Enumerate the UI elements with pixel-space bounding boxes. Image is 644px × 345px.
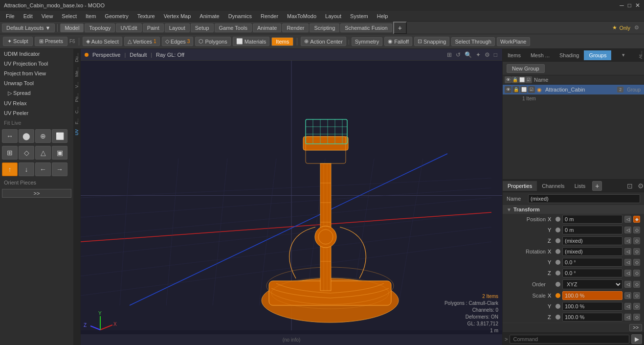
symmetry-btn[interactable]: Symmetry	[352, 37, 383, 46]
tool-icon-diamond[interactable]: ◇	[19, 146, 34, 160]
tool-icon-move[interactable]: ↔	[2, 129, 18, 143]
tool-icon-axis[interactable]: ⊕	[35, 129, 51, 143]
tool-icon-camera[interactable]: ▣	[52, 146, 67, 160]
tab-topology[interactable]: Topology	[85, 23, 115, 32]
add-tab-btn[interactable]: +	[393, 22, 407, 34]
tool-project-from-view[interactable]: Project from View	[0, 69, 73, 78]
menu-maxtomode[interactable]: MaxToModo	[283, 12, 320, 20]
tab-shading[interactable]: Shading	[555, 50, 584, 60]
tool-fit-live[interactable]: Fit Live	[0, 118, 73, 128]
scale-z-value[interactable]: 100.0 %	[562, 313, 622, 322]
polygons-btn[interactable]: ⬡ Polygons	[195, 37, 230, 46]
strip-f[interactable]: F...	[74, 116, 79, 126]
scale-y-value[interactable]: 100.0 %	[562, 302, 622, 311]
props-gear-btn[interactable]: ⚙	[638, 182, 644, 190]
scale-z-dot[interactable]	[555, 315, 560, 320]
materials-btn[interactable]: ⬜ Materials	[233, 37, 270, 46]
rot-z-dot[interactable]	[555, 271, 560, 276]
tab-game-tools[interactable]: Game Tools	[215, 23, 252, 32]
item-lock-icon[interactable]: 🔒	[512, 86, 519, 93]
items-btn[interactable]: Items	[271, 37, 293, 46]
scale-x-key[interactable]: ◇	[633, 292, 640, 299]
vp-icon-gear[interactable]: ⚙	[484, 51, 491, 58]
scale-y-anim[interactable]: ◁	[624, 303, 631, 310]
tool-icon-grid[interactable]: ⊞	[2, 146, 18, 160]
order-key[interactable]: ◇	[633, 281, 640, 288]
item-check-icon[interactable]: ☑	[528, 86, 535, 93]
workplane-btn[interactable]: WorkPlane	[497, 37, 530, 46]
rot-x-value[interactable]: (mixed)	[562, 247, 622, 256]
rot-z-value[interactable]: 0.0 °	[562, 269, 622, 277]
strip-v[interactable]: V...	[74, 80, 79, 90]
ray-gl-label[interactable]: Ray GL: Off	[156, 52, 184, 58]
tab-groups[interactable]: Groups	[584, 50, 611, 60]
rp-expand-chevron[interactable]: ▾	[619, 52, 628, 58]
tab-model[interactable]: Model	[60, 23, 84, 32]
auto-select-btn[interactable]: ◈ Auto Select	[83, 37, 122, 46]
props-more-btn[interactable]: >>	[629, 324, 642, 331]
scale-z-key[interactable]: ◇	[633, 314, 640, 321]
pos-x-dot[interactable]	[555, 217, 560, 222]
vp-icon-expand[interactable]: □	[493, 51, 498, 58]
menu-file[interactable]: File	[2, 12, 19, 20]
pos-z-key[interactable]: ◇	[633, 237, 640, 244]
tab-mesh[interactable]: Mesh ...	[526, 50, 555, 60]
menu-render[interactable]: Render	[257, 12, 282, 20]
rp-render-all-btn[interactable]: ⬜	[518, 76, 525, 83]
item-render-icon[interactable]: ⬜	[520, 86, 527, 93]
tool-icon-down[interactable]: ↓	[19, 162, 34, 176]
tool-icon-sphere[interactable]: ⬤	[19, 129, 34, 143]
more-tools-btn[interactable]: >>	[2, 189, 71, 198]
pos-z-dot[interactable]	[555, 238, 560, 243]
tool-icon-up[interactable]: ↑	[2, 162, 18, 176]
scale-x-dot[interactable]	[555, 293, 560, 298]
menu-vertex-map[interactable]: Vertex Map	[160, 12, 195, 20]
rot-y-key[interactable]: ◇	[633, 259, 640, 266]
tool-icon-triangle[interactable]: △	[35, 146, 51, 160]
vp-icon-grid[interactable]: ⊞	[446, 51, 453, 58]
menu-texture[interactable]: Texture	[133, 12, 159, 20]
falloff-btn[interactable]: ◉ Falloff	[384, 37, 412, 46]
strip-po[interactable]: Po...	[74, 91, 79, 104]
gear-icon[interactable]: ⚙	[631, 24, 642, 31]
pos-y-anim[interactable]: ◁	[624, 227, 631, 233]
strip-uv[interactable]: UV	[74, 127, 79, 138]
cmd-run-btn[interactable]: ▶	[631, 334, 642, 344]
menu-edit[interactable]: Edit	[20, 12, 37, 20]
default-layouts-btn[interactable]: Default Layouts ▼	[2, 23, 55, 32]
viewport[interactable]: Perspective | Default | Ray GL: Off ⊞ ↺ …	[81, 49, 502, 345]
edges-btn[interactable]: ◇ Edges 3	[162, 37, 194, 46]
sculpt-label-btn[interactable]: ✦ Sculpt	[3, 37, 33, 46]
item-eye-icon[interactable]: 👁	[505, 86, 511, 93]
close-btn[interactable]: ✕	[635, 2, 640, 9]
rp-group-item[interactable]: 👁 🔒 ⬜ ☑ ◉ Attraction_Cabin 2 Group	[503, 85, 644, 95]
scale-z-anim[interactable]: ◁	[624, 314, 631, 321]
rot-y-value[interactable]: 0.0 °	[562, 258, 622, 267]
tab-items[interactable]: Items	[503, 50, 526, 60]
cmd-input[interactable]	[510, 335, 629, 344]
menu-select[interactable]: Select	[58, 12, 81, 20]
rot-z-key[interactable]: ◇	[633, 270, 640, 276]
order-anim[interactable]: ◁	[624, 281, 631, 288]
strip-c[interactable]: C...	[74, 105, 79, 115]
vp-icon-star[interactable]: ✦	[475, 51, 482, 58]
scale-x-anim[interactable]: ◁	[624, 292, 631, 299]
menu-system[interactable]: System	[346, 12, 372, 20]
select-through-btn[interactable]: Select Through	[451, 37, 494, 46]
scale-x-value[interactable]: 100.0 %	[562, 291, 622, 300]
tab-render[interactable]: Render	[282, 23, 309, 32]
pos-x-key[interactable]: ◆	[633, 216, 640, 223]
pos-y-dot[interactable]	[555, 228, 560, 232]
pos-y-value[interactable]: 0 m	[562, 226, 622, 234]
tab-scripting[interactable]: Scripting	[310, 23, 339, 32]
tool-uv-relax[interactable]: UV Relax	[0, 98, 73, 108]
menu-geometry[interactable]: Geometry	[101, 12, 132, 20]
props-tab-channels[interactable]: Channels	[537, 181, 569, 191]
rp-check-all-btn[interactable]: ☑	[525, 76, 532, 83]
tool-uv-peeler[interactable]: UV Peeler	[0, 108, 73, 118]
vertices-btn[interactable]: △ Vertices 1	[124, 37, 160, 46]
tool-spread[interactable]: ▷ Spread	[0, 88, 73, 98]
rp-lock-all-btn[interactable]: 🔒	[511, 76, 518, 83]
tool-unwrap[interactable]: Unwrap Tool	[0, 78, 73, 88]
vp-icon-rotate[interactable]: ↺	[455, 51, 462, 58]
